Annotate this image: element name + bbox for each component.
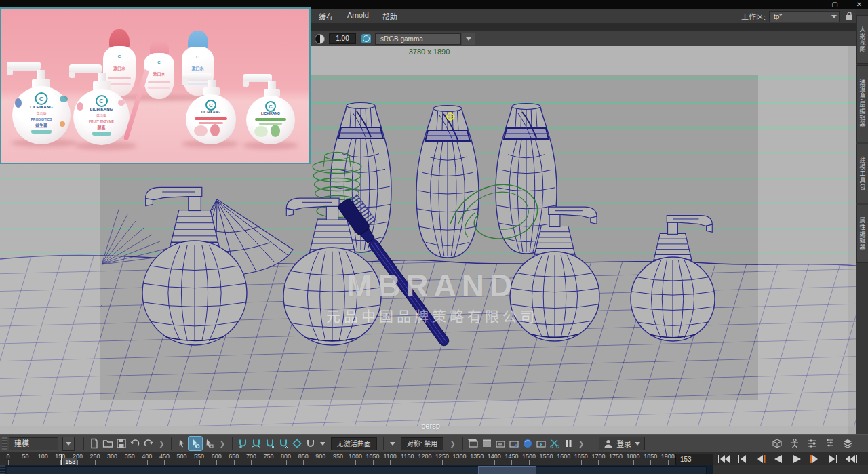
redo-button[interactable] (142, 437, 155, 450)
range-slider-track[interactable] (7, 466, 707, 474)
go-to-end-button[interactable] (843, 453, 860, 465)
drag-grip[interactable] (0, 465, 5, 474)
render-sequence-icon[interactable]: 88 (494, 437, 507, 450)
snap-plane-icon[interactable] (290, 437, 304, 450)
chevron-down-icon (635, 442, 640, 446)
exposure-icon[interactable] (315, 34, 325, 44)
toolbar-expander[interactable]: ❯ (450, 440, 455, 448)
menu-help[interactable]: 帮助 (377, 9, 403, 23)
login-button[interactable]: 登录 (599, 437, 645, 450)
chevron-down-icon[interactable] (320, 442, 326, 446)
chevron-down-icon (831, 15, 837, 18)
paint-select-button[interactable] (202, 437, 216, 450)
render-current-frame-icon[interactable] (521, 437, 534, 450)
lock-icon[interactable] (846, 12, 853, 20)
timeline-tick-label: 1000 (349, 453, 362, 460)
timeline-tick-label: 1800 (627, 453, 640, 460)
tab-outliner[interactable]: 大纲视图 (856, 15, 868, 64)
menu-set-dropdown[interactable] (62, 437, 75, 451)
toolbar-expander[interactable]: ❯ (578, 440, 584, 448)
timeline-tick-label: 300 (107, 453, 117, 460)
exposure-field[interactable]: 1.00 (329, 33, 356, 44)
new-scene-button[interactable] (87, 437, 101, 450)
render-view-icon[interactable] (534, 437, 548, 450)
chevron-down-icon[interactable] (390, 442, 395, 446)
timeline-tick-label: 1500 (522, 453, 536, 460)
range-row-right-panel (713, 465, 868, 474)
tab-channel-box[interactable]: 通道盒/层编辑器 (856, 65, 868, 142)
render-preview-image: C 漱口水 C 漱口水 C 漱口水 (0, 7, 311, 164)
open-scene-button[interactable] (101, 437, 115, 450)
time-slider[interactable]: 0501001502002503003504004505005506006507… (0, 452, 868, 466)
status-line: 建模 ❯ ❯ 无激活曲面 对称: 禁用 ❯ 88 ❯ (0, 434, 868, 452)
tab-modeling-toolkit[interactable]: 建模工具包 (856, 144, 868, 203)
channel-box-icon[interactable] (806, 437, 819, 450)
right-panel-rail: 大纲视图 通道盒/层编辑器 建模工具包 属性编辑器 (856, 9, 868, 434)
snap-point-icon[interactable] (263, 437, 277, 450)
timeline-tick-label: 700 (246, 453, 256, 460)
step-back-key-button[interactable] (733, 453, 750, 465)
workspace-value: tp* (774, 13, 782, 20)
colorspace-dropdown-button[interactable] (462, 33, 475, 45)
chevron-down-icon (66, 442, 71, 446)
pause-icon[interactable] (561, 437, 575, 450)
gamma-icon[interactable] (361, 34, 371, 43)
timeline-tick-label: 1750 (609, 453, 623, 460)
cut-icon[interactable] (548, 437, 561, 450)
workspace-label: 工作区: (741, 11, 766, 22)
go-to-start-button[interactable] (715, 453, 732, 465)
play-backwards-button[interactable] (770, 453, 787, 465)
menu-cache[interactable]: 缓存 (313, 9, 339, 23)
menu-arnold[interactable]: Arnold (342, 9, 374, 23)
attribute-editor-icon[interactable] (823, 437, 837, 450)
svg-text:88: 88 (498, 443, 502, 447)
render-frame-icon[interactable] (480, 437, 494, 450)
symmetry-field[interactable]: 对称: 禁用 (401, 437, 444, 450)
render-settings-icon[interactable] (467, 437, 480, 450)
save-scene-button[interactable] (115, 437, 128, 450)
layers-icon[interactable] (841, 437, 854, 450)
step-back-frame-button[interactable] (751, 453, 768, 465)
minimize-button[interactable]: – (804, 0, 816, 9)
play-forwards-button[interactable] (788, 453, 805, 465)
timeline-tick-label: 1350 (470, 453, 484, 460)
timeline-tick-label: 900 (315, 453, 326, 460)
step-forward-key-button[interactable] (825, 453, 842, 465)
colorspace-select[interactable]: sRGB gamma (375, 33, 461, 45)
timeline-tick-label: 1100 (384, 453, 397, 460)
timeline-tick-label: 750 (263, 453, 273, 460)
timeline-tick-label: 100 (38, 453, 48, 460)
timeline-tick-label: 600 (212, 453, 222, 460)
timeline-tick-label: 550 (194, 453, 204, 460)
snap-curve-icon[interactable] (250, 437, 263, 450)
snap-projected-icon[interactable] (277, 437, 290, 450)
undo-button[interactable] (128, 437, 142, 450)
close-button[interactable]: ✕ (853, 0, 865, 9)
timeline-tick-label: 1050 (366, 453, 380, 460)
snap-grid-icon[interactable] (236, 437, 250, 450)
snap-magnet-icon[interactable] (304, 437, 317, 450)
lasso-select-button-active[interactable] (189, 437, 202, 450)
maximize-button[interactable]: ▢ (829, 0, 841, 9)
toolbar-expander[interactable]: ❯ (159, 440, 164, 448)
range-slider-handle[interactable] (478, 466, 536, 474)
timeline-tick-label: 950 (333, 453, 343, 460)
modeling-toolkit-icon[interactable] (770, 437, 784, 450)
timeline-tick-label: 250 (90, 453, 100, 460)
ipr-render-icon[interactable] (507, 437, 521, 450)
playhead[interactable] (61, 454, 62, 465)
step-forward-frame-button[interactable] (806, 453, 823, 465)
select-tool-button[interactable] (175, 437, 189, 450)
drag-grip[interactable] (2, 437, 7, 450)
toolbar-expander[interactable]: ❯ (219, 440, 224, 448)
character-controls-icon[interactable] (788, 437, 802, 450)
timeline-tick-label: 1850 (644, 453, 657, 460)
timeline-tick-label: 450 (159, 453, 170, 460)
tab-attribute-editor[interactable]: 属性编辑器 (856, 205, 868, 263)
active-surface-field[interactable]: 无激活曲面 (331, 437, 377, 450)
workspace-select[interactable]: tp* (769, 11, 840, 22)
timeline-ruler[interactable]: 0501001502002503003504004505005506006507… (0, 452, 678, 466)
menu-set-select[interactable]: 建模 (9, 437, 58, 450)
current-frame-field[interactable]: 153 (675, 454, 713, 465)
timeline-tick-label: 850 (298, 453, 309, 460)
